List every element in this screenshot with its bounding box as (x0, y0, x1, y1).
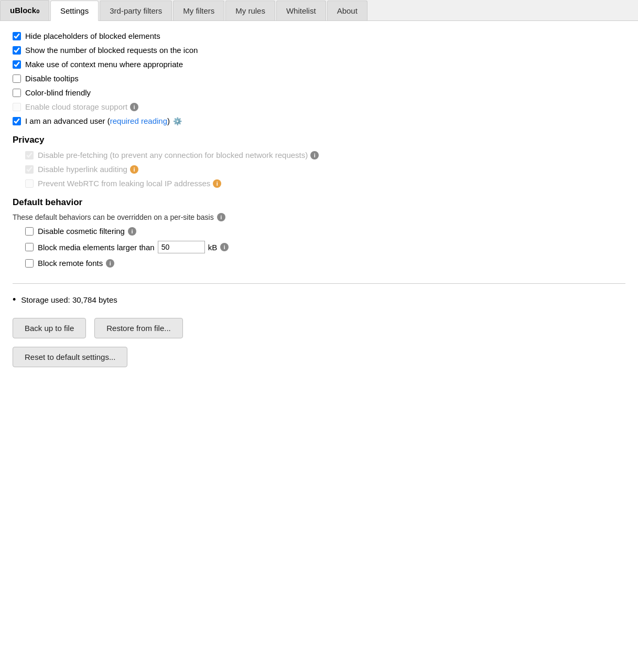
advanced-user-label: I am an advanced user (required reading) (25, 116, 170, 125)
show-blocked-count-row: Show the number of blocked requests on t… (13, 46, 625, 55)
disable-cosmetic-row: Disable cosmetic filtering i (25, 227, 625, 236)
tab-3rd-party-filters[interactable]: 3rd-party filters (100, 1, 172, 20)
color-blind-row: Color-blind friendly (13, 88, 625, 97)
prevent-webrtc-row: Prevent WebRTC from leaking local IP add… (25, 179, 625, 188)
settings-content: Hide placeholders of blocked elements Sh… (0, 21, 638, 386)
bullet-point: • (13, 294, 16, 305)
disable-cosmetic-checkbox[interactable] (25, 227, 34, 236)
tab-my-filters[interactable]: My filters (173, 1, 224, 20)
hide-placeholders-row: Hide placeholders of blocked elements (13, 31, 625, 40)
default-behavior-heading: Default behavior (13, 197, 625, 208)
gear-icon[interactable]: ⚙️ (173, 117, 182, 125)
sub-note-text: These default behaviors can be overridde… (13, 213, 214, 221)
context-menu-label[interactable]: Make use of context menu where appropria… (25, 60, 183, 69)
prefetching-info-icon: i (310, 151, 319, 159)
disable-tooltips-label[interactable]: Disable tooltips (25, 74, 79, 83)
disable-tooltips-checkbox[interactable] (13, 74, 21, 83)
section-divider (13, 283, 625, 284)
tab-my-rules[interactable]: My rules (225, 1, 275, 20)
advanced-user-row: I am an advanced user (required reading)… (13, 116, 625, 125)
tab-whitelist[interactable]: Whitelist (276, 1, 326, 20)
disable-prefetching-label: Disable pre-fetching (to prevent any con… (38, 151, 308, 159)
block-remote-fonts-checkbox[interactable] (25, 259, 34, 268)
media-size-input[interactable] (158, 241, 205, 253)
default-behavior-section: Disable cosmetic filtering i Block media… (13, 227, 625, 268)
context-menu-checkbox[interactable] (13, 60, 21, 69)
default-behavior-info-icon: i (217, 213, 225, 221)
cloud-storage-checkbox[interactable] (13, 103, 21, 111)
backup-button[interactable]: Back up to file (13, 318, 86, 338)
media-info-icon: i (220, 243, 229, 251)
disable-tooltips-row: Disable tooltips (13, 74, 625, 83)
default-behavior-sub-note: These default behaviors can be overridde… (13, 213, 625, 221)
cloud-storage-label: Enable cloud storage support (25, 102, 127, 111)
media-unit-label: kB (208, 243, 218, 252)
tab-bar: uBlock₀ Settings 3rd-party filters My fi… (0, 0, 638, 21)
hide-placeholders-label[interactable]: Hide placeholders of blocked elements (25, 31, 160, 40)
reset-button[interactable]: Reset to default settings... (13, 347, 127, 367)
disable-cosmetic-label[interactable]: Disable cosmetic filtering (38, 227, 125, 236)
reset-button-row: Reset to default settings... (13, 347, 625, 367)
remote-fonts-info-icon: i (106, 259, 114, 268)
prevent-webrtc-checkbox[interactable] (25, 179, 34, 188)
block-media-checkbox[interactable] (25, 243, 34, 251)
tab-about[interactable]: About (327, 1, 367, 20)
hide-placeholders-checkbox[interactable] (13, 32, 21, 40)
show-blocked-count-checkbox[interactable] (13, 46, 21, 55)
backup-restore-buttons: Back up to file Restore from file... (13, 318, 625, 338)
color-blind-label[interactable]: Color-blind friendly (25, 88, 91, 97)
color-blind-checkbox[interactable] (13, 89, 21, 97)
disable-hyperlink-row: Disable hyperlink auditing i (25, 165, 625, 174)
block-media-row: Block media elements larger than kB i (25, 241, 625, 253)
disable-hyperlink-checkbox[interactable] (25, 165, 34, 174)
tab-ublockO[interactable]: uBlock₀ (0, 0, 49, 20)
tab-settings[interactable]: Settings (50, 1, 99, 21)
disable-prefetching-row: Disable pre-fetching (to prevent any con… (25, 151, 625, 159)
cloud-storage-info-icon: i (130, 103, 138, 111)
storage-value: 30,784 bytes (72, 295, 117, 304)
disable-prefetching-checkbox[interactable] (25, 151, 34, 159)
cloud-storage-row: Enable cloud storage support i (13, 102, 625, 111)
privacy-section: Disable pre-fetching (to prevent any con… (13, 151, 625, 188)
storage-info: • Storage used: 30,784 bytes (13, 294, 625, 305)
privacy-heading: Privacy (13, 135, 625, 145)
webrtc-info-icon: i (213, 179, 221, 188)
hyperlink-info-icon: i (130, 165, 138, 174)
storage-label: Storage used: (21, 295, 70, 304)
advanced-user-checkbox[interactable] (13, 117, 21, 125)
context-menu-row: Make use of context menu where appropria… (13, 60, 625, 69)
cosmetic-info-icon: i (128, 227, 136, 236)
required-reading-link[interactable]: required reading (110, 116, 167, 125)
block-remote-fonts-label[interactable]: Block remote fonts (38, 259, 103, 268)
block-remote-fonts-row: Block remote fonts i (25, 259, 625, 268)
disable-hyperlink-label: Disable hyperlink auditing (38, 165, 127, 174)
show-blocked-count-label[interactable]: Show the number of blocked requests on t… (25, 46, 198, 55)
prevent-webrtc-label: Prevent WebRTC from leaking local IP add… (38, 179, 210, 188)
restore-button[interactable]: Restore from file... (94, 318, 183, 338)
block-media-label[interactable]: Block media elements larger than (38, 243, 155, 252)
